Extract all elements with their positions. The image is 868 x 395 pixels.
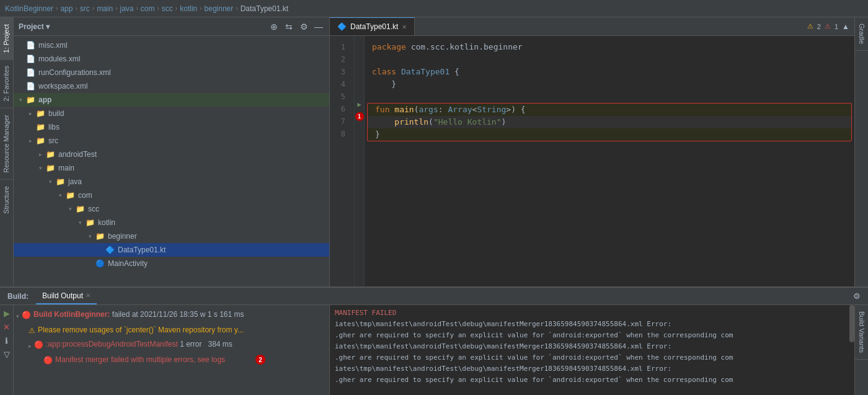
editor-header-right: ⚠ 2 ⚠ 1 ▲: [807, 22, 854, 31]
expand-arrow[interactable]: ▸: [29, 340, 32, 352]
scrollbar-thumb[interactable]: [849, 305, 854, 342]
build-item-process[interactable]: ▸ 🔴 :app:processDebugAndroidTestManifest…: [14, 337, 329, 353]
tree-item-androidtest[interactable]: ▸ 📁 androidTest: [14, 148, 329, 161]
breadcrumb-kotlinbeginner[interactable]: KotlinBeginner: [5, 4, 53, 13]
bottom-tab-build-output[interactable]: Build Output ✕: [36, 288, 97, 304]
tree-label: runConfigurations.xml: [38, 68, 111, 77]
breakpoint-7: 1: [355, 110, 364, 123]
tree-label: androidTest: [58, 150, 97, 159]
tree-item-runconfigurations-xml[interactable]: 📄 runConfigurations.xml: [14, 66, 329, 79]
breadcrumb-scc[interactable]: scc: [162, 4, 173, 13]
build-item-label: Please remove usages of `jcenter()` Mave…: [38, 324, 244, 335]
badge-2-container: 2: [255, 355, 330, 365]
xml-icon: 📄: [25, 54, 36, 64]
tree-item-beginner[interactable]: ▾ 📁 beginner: [14, 229, 329, 243]
code-gutter: ▶ 1: [355, 36, 365, 286]
code-line-7: println("Hello Kotlin"): [368, 116, 851, 128]
tree-item-workspace-xml[interactable]: 📄 workspace.xml: [14, 79, 329, 93]
tree-label: java: [68, 177, 82, 186]
xml-icon: 📄: [25, 40, 36, 50]
breadcrumb-kotlin[interactable]: kotlin: [180, 4, 197, 13]
tree-item-datatype01[interactable]: 🔷 DataType01.kt: [14, 243, 329, 257]
tree-item-libs[interactable]: 📁 libs: [14, 120, 329, 134]
editor-tab-datatype01[interactable]: 🔷 DataType01.kt ✕: [330, 17, 415, 35]
code-editor: 1 2 3 4 5 6 7 8 ▶ 1: [330, 36, 854, 286]
tree-label: libs: [48, 123, 60, 131]
output-line-5: .gher are required to specify an explici…: [335, 352, 844, 363]
breadcrumb-beginner[interactable]: beginner: [205, 4, 234, 13]
folder-icon: 📁: [35, 122, 46, 132]
folder-icon: 📁: [64, 190, 76, 200]
build-content: ▶ ✕ ℹ ▽ ▾ 🔴 Build KotlinBeginner: failed…: [0, 305, 868, 395]
tree-item-app[interactable]: ▾ 📁 app: [14, 93, 329, 107]
breadcrumb-file[interactable]: DataType01.kt: [241, 4, 288, 13]
locate-button[interactable]: ⊕: [268, 21, 280, 32]
tree-label: src: [48, 136, 58, 145]
sidebar-tab-favorites[interactable]: 2: Favorites: [0, 59, 13, 107]
error-count: 1: [835, 23, 838, 30]
code-line-6: fun main(args: Array<String>) {: [368, 104, 851, 116]
close-tab-button[interactable]: ✕: [402, 24, 407, 30]
build-settings-button[interactable]: ⚙: [851, 290, 863, 303]
build-tree: ▾ 🔴 Build KotlinBeginner: failed at 2021…: [14, 305, 330, 395]
sidebar-tab-structure[interactable]: Structure: [0, 179, 13, 220]
build-info-icon[interactable]: ℹ: [1, 335, 12, 346]
close-build-tab[interactable]: ✕: [86, 292, 91, 299]
build-left-icons: ▶ ✕ ℹ ▽: [0, 305, 14, 395]
bottom-toolbar: ⚙: [851, 290, 863, 303]
breadcrumb-com[interactable]: com: [141, 4, 155, 13]
tree-item-build[interactable]: ▸ 📁 build: [14, 107, 329, 120]
minimize-button[interactable]: —: [313, 21, 324, 32]
tree-item-misc-xml[interactable]: 📄 misc.xml: [14, 38, 329, 52]
expand-arrow[interactable]: ▾: [16, 311, 19, 322]
build-filter-icon[interactable]: ▽: [1, 348, 12, 360]
breadcrumb-src[interactable]: src: [80, 4, 90, 13]
tree-item-main[interactable]: ▾ 📁 main: [14, 161, 329, 175]
tree-item-scc[interactable]: ▾ 📁 scc: [14, 202, 329, 216]
warning-count: 2: [817, 23, 821, 30]
build-error-icon[interactable]: ✕: [1, 321, 12, 332]
breadcrumb-app[interactable]: app: [60, 4, 73, 13]
line-num-1: 1: [330, 41, 349, 53]
build-item-warning[interactable]: ⚠ Please remove usages of `jcenter()` Ma…: [14, 323, 329, 337]
code-line-2: [365, 53, 854, 66]
tree-item-com[interactable]: ▾ 📁 com: [14, 189, 329, 202]
tree-label: misc.xml: [38, 41, 68, 50]
right-sidebar: Gradle: [854, 17, 868, 286]
tree-item-src[interactable]: ▸ 📁 src: [14, 134, 329, 148]
line-num-4: 4: [330, 78, 349, 91]
breadcrumb-java[interactable]: java: [120, 4, 133, 13]
build-label: Build:: [5, 292, 31, 301]
tree-item-mainactivity[interactable]: 🔵 MainActivity: [14, 257, 329, 270]
breadcrumb-main[interactable]: main: [97, 4, 113, 13]
tree-label: kotlin: [98, 218, 115, 227]
tree-item-kotlin[interactable]: ▾ 📁 kotlin: [14, 216, 329, 229]
tree-arrow: ▸: [36, 151, 45, 158]
tree-item-java[interactable]: ▾ 📁 java: [14, 175, 329, 189]
right-tab-gradle[interactable]: Gradle: [855, 17, 868, 51]
output-line-7: .gher are required to specify an explici…: [335, 375, 844, 386]
tree-label: modules.xml: [38, 55, 80, 63]
code-content[interactable]: package com.scc.kotlin.beginner class Da…: [365, 36, 854, 286]
error-icon: 🔴: [22, 309, 31, 321]
project-title: Project ▾: [19, 22, 50, 31]
project-toolbar: Project ▾ ⊕ ⇆ ⚙ —: [14, 17, 329, 36]
tree-label: main: [58, 164, 74, 172]
build-scrollbar[interactable]: [849, 305, 854, 395]
sidebar-tab-resource[interactable]: Resource Manager: [0, 108, 13, 179]
build-right-tabs: Build Variants: [854, 305, 868, 395]
collapse-button[interactable]: ⇆: [283, 21, 294, 32]
run-gutter-6[interactable]: ▶: [355, 98, 364, 110]
chevron-up-icon[interactable]: ▲: [842, 22, 849, 31]
sidebar-tab-project[interactable]: 1: Project: [0, 17, 13, 59]
build-item-fail[interactable]: ▾ 🔴 Build KotlinBeginner: failed at 2021…: [14, 308, 329, 323]
build-item-label: Manifest merger failed with multiple err…: [55, 354, 225, 365]
file-tree: 📄 misc.xml 📄 modules.xml 📄 runConfigurat…: [14, 36, 329, 286]
build-variants-tab[interactable]: Build Variants: [855, 305, 868, 360]
build-run-icon[interactable]: ▶: [1, 308, 12, 319]
editor-area: 🔷 DataType01.kt ✕ ⚠ 2 ⚠ 1 ▲ 1 2 3 4 5 6 …: [330, 17, 854, 286]
settings-button[interactable]: ⚙: [298, 21, 309, 32]
tree-arrow: ▾: [76, 220, 84, 226]
tree-label: scc: [88, 205, 99, 213]
tree-item-modules-xml[interactable]: 📄 modules.xml: [14, 52, 329, 66]
